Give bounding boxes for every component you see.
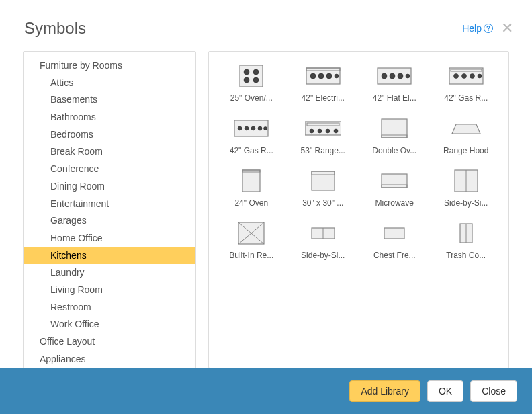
- rangewide-icon: [305, 115, 341, 142]
- symbol-gasrange2[interactable]: 42" Gas R...: [216, 115, 287, 155]
- category-tree: Furniture by RoomsAtticsBasementsBathroo…: [24, 57, 195, 368]
- svg-point-12: [382, 73, 387, 79]
- tree-group-office-layout[interactable]: Office Layout: [24, 333, 195, 351]
- dialog-body: Furniture by RoomsAtticsBasementsBathroo…: [0, 46, 532, 368]
- symbol-gasrange[interactable]: 42" Gas R...: [431, 63, 502, 103]
- symbol-builtinx[interactable]: Built-In Re...: [216, 220, 287, 260]
- chest-icon: [376, 220, 412, 247]
- tree-item-basements[interactable]: Basements: [24, 91, 195, 109]
- symbol-label: Side-by-Si...: [301, 251, 345, 260]
- tree-item-kitchens[interactable]: Kitchens: [24, 247, 195, 265]
- symbol-label: Microwave: [375, 198, 414, 208]
- svg-point-31: [318, 129, 322, 133]
- svg-rect-49: [384, 228, 404, 239]
- header-actions: Help ? ✕: [462, 21, 513, 36]
- svg-point-14: [398, 73, 403, 79]
- symbol-label: Built-In Re...: [229, 251, 273, 260]
- svg-point-4: [253, 77, 259, 83]
- symbol-grid: 25" Oven/...42" Electri...42" Flat El...…: [216, 63, 502, 260]
- svg-point-15: [406, 74, 410, 78]
- dialog-footer: Add Library OK Close: [0, 368, 532, 414]
- symbol-label: 42" Electri...: [302, 93, 345, 103]
- help-label: Help: [462, 23, 482, 34]
- symbol-label: 42" Flat El...: [373, 93, 416, 103]
- symbol-fridge2[interactable]: Side-by-Si...: [287, 220, 359, 260]
- tree-item-conference[interactable]: Conference: [24, 161, 195, 178]
- symbol-label: Range Hood: [443, 146, 488, 155]
- svg-rect-38: [312, 171, 335, 190]
- add-library-button[interactable]: Add Library: [349, 380, 420, 402]
- close-icon[interactable]: ✕: [501, 21, 513, 36]
- symbol-label: Chest Fre...: [373, 251, 416, 260]
- tree-item-bathrooms[interactable]: Bathrooms: [24, 109, 195, 126]
- svg-point-24: [245, 126, 249, 130]
- tree-item-bedrooms[interactable]: Bedrooms: [24, 126, 195, 144]
- tree-item-break-room[interactable]: Break Room: [24, 143, 195, 161]
- symbol-trash[interactable]: Trash Co...: [431, 220, 502, 260]
- flatrange-icon: [376, 63, 412, 89]
- symbol-chest[interactable]: Chest Fre...: [359, 220, 431, 260]
- ok-button[interactable]: OK: [427, 380, 463, 402]
- svg-point-18: [461, 74, 466, 79]
- svg-point-1: [244, 69, 249, 75]
- svg-point-13: [390, 73, 395, 79]
- symbol-label: 24" Oven: [234, 198, 268, 208]
- tree-item-attics[interactable]: Attics: [24, 75, 195, 92]
- hood-icon: [448, 115, 484, 142]
- tree-item-living-room[interactable]: Living Room: [24, 282, 195, 299]
- svg-point-2: [253, 69, 259, 75]
- symbol-oven[interactable]: 24" Oven: [216, 167, 287, 208]
- tree-group-appliances[interactable]: Appliances: [24, 351, 195, 368]
- symbol-microwave[interactable]: Microwave: [359, 167, 431, 208]
- symbol-doubleoven[interactable]: Double Ov...: [359, 115, 431, 155]
- cooktop-icon: [305, 167, 341, 194]
- dialog-header: Symbols Help ? ✕: [0, 0, 532, 46]
- symbol-rangewide[interactable]: 53" Range...: [287, 115, 359, 155]
- symbol-range4w[interactable]: 42" Electri...: [287, 63, 359, 103]
- svg-point-9: [335, 74, 339, 78]
- symbol-hood[interactable]: Range Hood: [431, 115, 502, 155]
- tree-group-furniture-by-rooms[interactable]: Furniture by Rooms: [24, 57, 195, 75]
- symbol-label: Double Ov...: [372, 146, 416, 155]
- close-button[interactable]: Close: [470, 380, 517, 402]
- tree-item-dining-room[interactable]: Dining Room: [24, 178, 195, 196]
- tree-item-work-office[interactable]: Work Office: [24, 316, 195, 333]
- symbol-label: Trash Co...: [446, 251, 486, 260]
- symbol-range4[interactable]: 25" Oven/...: [216, 63, 287, 103]
- tree-item-garages[interactable]: Garages: [24, 212, 195, 230]
- category-tree-panel: Furniture by RoomsAtticsBasementsBathroo…: [23, 51, 196, 368]
- symbol-grid-panel: 25" Oven/...42" Electri...42" Flat El...…: [208, 51, 509, 368]
- svg-point-19: [470, 74, 474, 79]
- svg-rect-0: [240, 65, 263, 87]
- svg-point-17: [453, 74, 458, 79]
- symbol-cooktop[interactable]: 30" x 30" ...: [287, 167, 359, 208]
- svg-point-7: [318, 73, 324, 79]
- symbol-label: 25" Oven/...: [230, 93, 273, 103]
- symbol-fridge[interactable]: Side-by-Si...: [431, 167, 502, 208]
- svg-rect-36: [242, 170, 260, 192]
- fridge-icon: [448, 167, 484, 194]
- tree-item-home-office[interactable]: Home Office: [24, 230, 195, 247]
- svg-point-8: [326, 73, 332, 79]
- tree-item-restroom[interactable]: Restroom: [24, 299, 195, 317]
- dialog-title: Symbols: [24, 19, 86, 38]
- svg-point-32: [326, 129, 330, 133]
- svg-point-30: [310, 129, 314, 133]
- microwave-icon: [376, 167, 412, 194]
- svg-point-27: [264, 127, 267, 130]
- symbol-label: 30" x 30" ...: [302, 198, 343, 208]
- tree-item-entertainment[interactable]: Entertainment: [24, 196, 195, 213]
- symbol-flatrange[interactable]: 42" Flat El...: [359, 63, 431, 103]
- svg-point-25: [251, 126, 255, 130]
- oven-icon: [233, 167, 269, 194]
- svg-point-3: [244, 77, 249, 83]
- svg-point-6: [310, 73, 316, 79]
- svg-point-26: [258, 126, 262, 130]
- svg-point-33: [334, 129, 338, 133]
- help-link[interactable]: Help ?: [462, 23, 493, 34]
- symbol-label: Side-by-Si...: [444, 198, 488, 208]
- tree-item-laundry[interactable]: Laundry: [24, 264, 195, 282]
- range4w-icon: [305, 63, 341, 89]
- trash-icon: [448, 220, 484, 247]
- fridge2-icon: [305, 220, 341, 247]
